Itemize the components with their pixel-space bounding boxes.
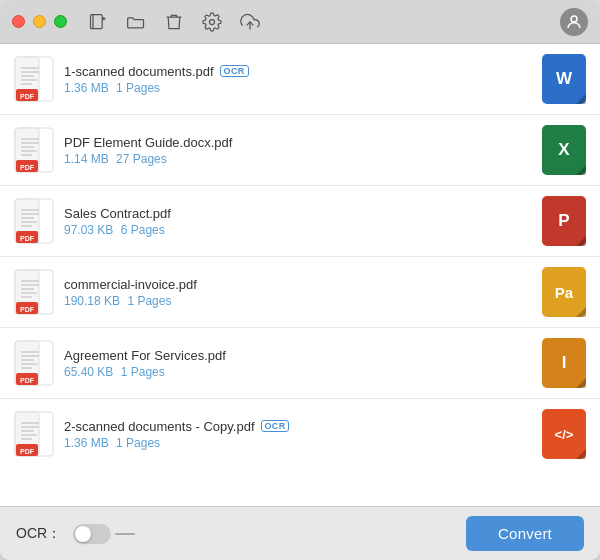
list-item: PDF 1-scanned documents.pdfOCR1.36 MB 1 …: [0, 44, 600, 115]
svg-point-6: [571, 16, 577, 22]
add-file-icon[interactable]: [87, 11, 109, 33]
open-folder-icon[interactable]: [125, 11, 147, 33]
upload-icon[interactable]: [239, 11, 261, 33]
list-item: PDF 2-scanned documents - Copy.pdfOCR1.3…: [0, 399, 600, 469]
ocr-toggle[interactable]: [73, 524, 135, 544]
settings-icon[interactable]: [201, 11, 223, 33]
file-name: 2-scanned documents - Copy.pdf: [64, 419, 255, 434]
app-window: PDF 1-scanned documents.pdfOCR1.36 MB 1 …: [0, 0, 600, 560]
toolbar-icons: [87, 11, 261, 33]
file-size: 190.18 KB: [64, 294, 120, 308]
titlebar: [0, 0, 600, 44]
file-pages[interactable]: 1 Pages: [116, 436, 160, 450]
maximize-button[interactable]: [54, 15, 67, 28]
pdf-file-icon: PDF: [14, 340, 54, 386]
file-pages[interactable]: 27 Pages: [116, 152, 167, 166]
file-size: 1.36 MB: [64, 436, 109, 450]
pdf-file-icon: PDF: [14, 269, 54, 315]
file-pages[interactable]: 1 Pages: [127, 294, 171, 308]
pdf-file-icon: PDF: [14, 198, 54, 244]
file-size: 97.03 KB: [64, 223, 113, 237]
avatar: [560, 8, 588, 36]
pdf-file-icon: PDF: [14, 56, 54, 102]
svg-text:PDF: PDF: [20, 306, 35, 313]
output-icon-pages[interactable]: Pa: [542, 267, 586, 317]
delete-icon[interactable]: [163, 11, 185, 33]
toggle-dash-indicator: [115, 533, 135, 535]
file-size: 1.14 MB: [64, 152, 109, 166]
close-button[interactable]: [12, 15, 25, 28]
svg-text:PDF: PDF: [20, 448, 35, 455]
file-info: Sales Contract.pdf97.03 KB 6 Pages: [64, 206, 532, 237]
file-info: 1-scanned documents.pdfOCR1.36 MB 1 Page…: [64, 64, 532, 95]
output-icon-excel[interactable]: X: [542, 125, 586, 175]
svg-text:PDF: PDF: [20, 93, 35, 100]
ocr-label: OCR：: [16, 525, 61, 543]
svg-point-4: [210, 19, 215, 24]
list-item: PDF Agreement For Services.pdf65.40 KB 1…: [0, 328, 600, 399]
file-info: Agreement For Services.pdf65.40 KB 1 Pag…: [64, 348, 532, 379]
svg-rect-0: [91, 14, 103, 28]
convert-button[interactable]: Convert: [466, 516, 584, 551]
file-pages[interactable]: 1 Pages: [116, 81, 160, 95]
pdf-file-icon: PDF: [14, 411, 54, 457]
file-name: 1-scanned documents.pdf: [64, 64, 214, 79]
file-name: commercial-invoice.pdf: [64, 277, 197, 292]
list-item: PDF commercial-invoice.pdf190.18 KB 1 Pa…: [0, 257, 600, 328]
file-pages[interactable]: 6 Pages: [121, 223, 165, 237]
file-pages[interactable]: 1 Pages: [121, 365, 165, 379]
file-name: PDF Element Guide.docx.pdf: [64, 135, 232, 150]
svg-text:PDF: PDF: [20, 164, 35, 171]
output-icon-numbers[interactable]: I: [542, 338, 586, 388]
svg-text:PDF: PDF: [20, 235, 35, 242]
svg-text:PDF: PDF: [20, 377, 35, 384]
file-info: PDF Element Guide.docx.pdf1.14 MB 27 Pag…: [64, 135, 532, 166]
output-icon-word[interactable]: W: [542, 54, 586, 104]
output-icon-code[interactable]: </>: [542, 409, 586, 459]
toggle-track[interactable]: [73, 524, 111, 544]
file-info: 2-scanned documents - Copy.pdfOCR1.36 MB…: [64, 419, 532, 450]
ocr-badge: OCR: [261, 420, 290, 432]
file-size: 1.36 MB: [64, 81, 109, 95]
toggle-thumb: [75, 526, 91, 542]
file-size: 65.40 KB: [64, 365, 113, 379]
file-list: PDF 1-scanned documents.pdfOCR1.36 MB 1 …: [0, 44, 600, 506]
traffic-lights: [12, 15, 67, 28]
list-item: PDF Sales Contract.pdf97.03 KB 6 PagesP: [0, 186, 600, 257]
pdf-file-icon: PDF: [14, 127, 54, 173]
file-name: Sales Contract.pdf: [64, 206, 171, 221]
file-info: commercial-invoice.pdf190.18 KB 1 Pages: [64, 277, 532, 308]
output-icon-ppt[interactable]: P: [542, 196, 586, 246]
ocr-badge: OCR: [220, 65, 249, 77]
list-item: PDF PDF Element Guide.docx.pdf1.14 MB 27…: [0, 115, 600, 186]
minimize-button[interactable]: [33, 15, 46, 28]
file-name: Agreement For Services.pdf: [64, 348, 226, 363]
bottom-bar: OCR： Convert: [0, 506, 600, 560]
